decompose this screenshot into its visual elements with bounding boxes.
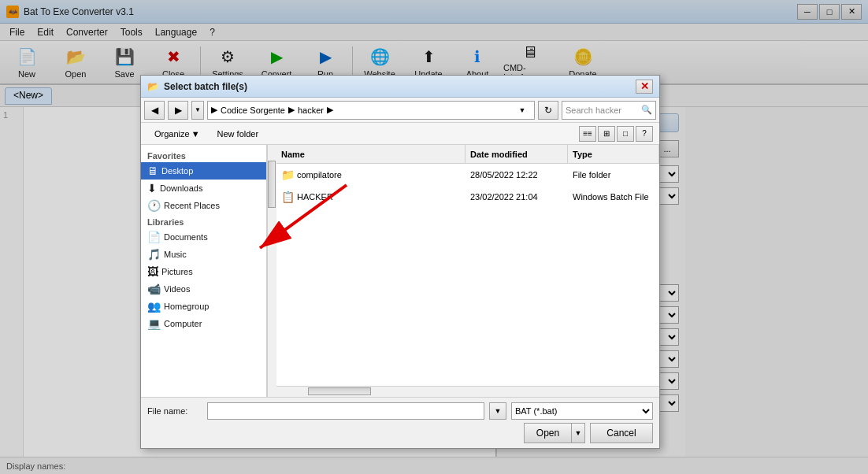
hscroll-thumb xyxy=(308,387,371,395)
sidebar-music-label: Music xyxy=(164,250,187,259)
filelist-hscroll[interactable] xyxy=(276,386,659,397)
dialog-title-bar: 📂 Select batch file(s) ✕ xyxy=(141,76,659,98)
file-date-compilatore: 28/05/2022 12:22 xyxy=(470,170,573,180)
libraries-section: Libraries 📄 Documents 🎵 Music 🖼 Pictures xyxy=(141,214,266,298)
homegroup-icon: 👥 xyxy=(147,300,161,313)
sidebar-downloads-label: Downloads xyxy=(160,183,202,193)
file-row-compilatore[interactable]: 📁 compilatore 28/05/2022 12:22 File fold… xyxy=(276,164,659,186)
sidebar-item-videos[interactable]: 📹 Videos xyxy=(141,280,266,298)
view-buttons: ≡≡ ⊞ □ ? xyxy=(579,126,653,142)
filename-label: File name: xyxy=(147,406,202,416)
header-name[interactable]: Name xyxy=(276,145,466,163)
dialog-title-text: 📂 Select batch file(s) xyxy=(147,81,247,92)
favorites-section: Favorites 🖥 Desktop ⬇ Downloads 🕐 Recent… xyxy=(141,148,266,214)
favorites-label: Favorites xyxy=(141,148,266,162)
filetype-select[interactable]: BAT (*.bat) xyxy=(511,402,653,420)
sidebar-documents-label: Documents xyxy=(164,232,208,242)
file-date-hacker: 23/02/2022 21:04 xyxy=(470,192,573,202)
dialog-title-label: Select batch file(s) xyxy=(164,81,247,92)
computer-icon: 💻 xyxy=(147,317,161,330)
dialog-filelist: Name Date modified Type 📁 compilatore 28… xyxy=(276,145,659,397)
scrollbar-track xyxy=(268,145,276,397)
help-button[interactable]: ? xyxy=(636,126,653,142)
filename-input[interactable] xyxy=(207,402,484,420)
header-type[interactable]: Type xyxy=(568,145,659,163)
desktop-icon: 🖥 xyxy=(147,165,158,177)
pictures-icon: 🖼 xyxy=(147,265,158,278)
sidebar-item-recent[interactable]: 🕐 Recent Places xyxy=(141,197,266,214)
filename-row: File name: ▼ BAT (*.bat) xyxy=(147,402,653,420)
filelist-body: 📁 compilatore 28/05/2022 12:22 File fold… xyxy=(276,164,659,386)
dialog-action-buttons: Open ▼ Cancel xyxy=(524,423,653,443)
header-type-label: Type xyxy=(573,150,592,159)
file-name-hacker: HACKER xyxy=(297,192,470,202)
dialog-body: Favorites 🖥 Desktop ⬇ Downloads 🕐 Recent… xyxy=(141,145,659,397)
sidebar-computer-label: Computer xyxy=(164,319,202,328)
open-button[interactable]: Open xyxy=(524,423,571,443)
sidebar-item-pictures[interactable]: 🖼 Pictures xyxy=(141,263,266,280)
file-type-compilatore: File folder xyxy=(573,170,655,180)
header-name-label: Name xyxy=(281,150,305,159)
dialog-sidebar: Favorites 🖥 Desktop ⬇ Downloads 🕐 Recent… xyxy=(141,145,267,397)
filelist-header: Name Date modified Type xyxy=(276,145,659,164)
folder-icon: 📁 xyxy=(281,168,297,181)
videos-icon: 📹 xyxy=(147,283,161,295)
sidebar-videos-label: Videos xyxy=(164,284,190,294)
back-button[interactable]: ◀ xyxy=(144,101,165,120)
open-button-split: Open ▼ xyxy=(524,423,585,443)
dialog-actions: Open ▼ Cancel xyxy=(147,423,653,443)
sidebar-scrollbar[interactable] xyxy=(267,145,276,397)
search-box[interactable]: Search hacker 🔍 xyxy=(562,101,656,120)
sidebar-desktop-label: Desktop xyxy=(161,166,193,176)
view-list-button[interactable]: ≡≡ xyxy=(579,126,596,142)
address-bar: ▶ Codice Sorgente ▶ hacker ▶ ▼ xyxy=(207,101,535,120)
dialog-nav-bar: ◀ ▶ ▼ ▶ Codice Sorgente ▶ hacker ▶ ▼ ↻ S… xyxy=(141,98,659,123)
sidebar-recent-label: Recent Places xyxy=(164,201,220,210)
computer-section: 💻 Computer xyxy=(141,315,266,332)
sidebar-item-computer[interactable]: 💻 Computer xyxy=(141,315,266,332)
filename-dropdown-button[interactable]: ▼ xyxy=(489,402,506,420)
file-row-hacker[interactable]: 📋 HACKER 23/02/2022 21:04 Windows Batch … xyxy=(276,186,659,208)
address-chevron-2: ▶ xyxy=(327,105,333,115)
address-path-1: Codice Sorgente xyxy=(221,106,285,115)
new-folder-button[interactable]: New folder xyxy=(210,125,266,143)
dialog-close-button[interactable]: ✕ xyxy=(636,80,653,94)
sidebar-homegroup-label: Homegroup xyxy=(164,302,209,311)
nav-dropdown-button[interactable]: ▼ xyxy=(191,101,204,120)
view-details-button[interactable]: ⊞ xyxy=(598,126,615,142)
organize-label: Organize xyxy=(154,129,190,139)
forward-button[interactable]: ▶ xyxy=(168,101,188,120)
search-placeholder: Search hacker xyxy=(566,106,638,115)
open-arrow-button[interactable]: ▼ xyxy=(571,423,585,443)
cancel-button[interactable]: Cancel xyxy=(590,423,653,443)
libraries-label: Libraries xyxy=(141,214,266,228)
address-path-2: hacker xyxy=(298,106,324,115)
sidebar-pictures-label: Pictures xyxy=(161,267,193,276)
organize-button[interactable]: Organize ▼ xyxy=(147,125,207,143)
documents-icon: 📄 xyxy=(147,231,161,243)
refresh-button[interactable]: ↻ xyxy=(538,101,558,120)
batch-file-icon: 📋 xyxy=(281,191,297,203)
homegroup-section: 👥 Homegroup xyxy=(141,298,266,315)
organize-arrow-icon: ▼ xyxy=(191,129,200,139)
dialog-overlay: 📂 Select batch file(s) ✕ ◀ ▶ ▼ ▶ Codice … xyxy=(0,0,868,474)
sidebar-item-homegroup[interactable]: 👥 Homegroup xyxy=(141,298,266,315)
scrollbar-thumb xyxy=(268,161,276,208)
music-icon: 🎵 xyxy=(147,248,161,261)
search-icon: 🔍 xyxy=(641,105,652,115)
view-large-button[interactable]: □ xyxy=(617,126,634,142)
header-date-label: Date modified xyxy=(470,150,528,159)
header-date[interactable]: Date modified xyxy=(466,145,568,163)
dialog-folder-icon: 📂 xyxy=(147,81,159,92)
dialog-sidebar-container: Favorites 🖥 Desktop ⬇ Downloads 🕐 Recent… xyxy=(141,145,276,397)
address-dropdown-button[interactable]: ▼ xyxy=(514,102,531,119)
sidebar-item-documents[interactable]: 📄 Documents xyxy=(141,228,266,246)
file-name-compilatore: compilatore xyxy=(297,170,470,180)
sidebar-item-downloads[interactable]: ⬇ Downloads xyxy=(141,180,266,197)
recent-icon: 🕐 xyxy=(147,199,161,212)
sidebar-item-desktop[interactable]: 🖥 Desktop xyxy=(141,162,266,180)
hscroll-track xyxy=(276,387,659,397)
sidebar-item-music[interactable]: 🎵 Music xyxy=(141,246,266,263)
downloads-icon: ⬇ xyxy=(147,182,157,194)
file-type-hacker: Windows Batch File xyxy=(573,192,655,202)
